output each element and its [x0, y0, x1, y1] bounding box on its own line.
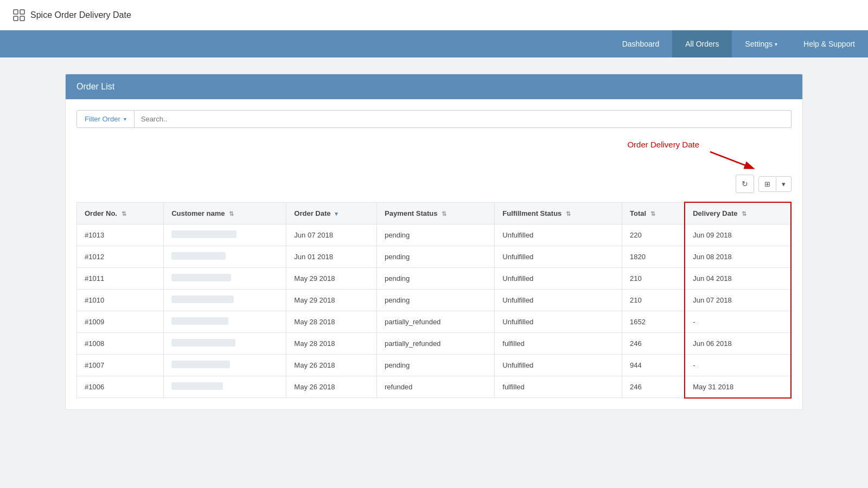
annotation-label: Order Delivery Date: [627, 140, 699, 149]
cell-delivery-date: Jun 04 2018: [685, 268, 791, 290]
cell-delivery-date: Jun 09 2018: [685, 224, 791, 246]
refresh-icon: ↻: [742, 179, 748, 188]
top-bar: Spice Order Delivery Date: [0, 0, 868, 30]
table-controls: ↻ ⊞ ▾: [736, 175, 792, 193]
column-dropdown-arrow[interactable]: ▾: [776, 177, 791, 191]
cell-customer-name: [164, 268, 286, 290]
table-row: #1006 May 26 2018 refunded fulfilled 246…: [77, 376, 792, 398]
col-header-fulfillment-status[interactable]: Fulfillment Status ⇅: [495, 202, 622, 224]
filter-order-button[interactable]: Filter Order ▾: [76, 110, 135, 128]
svg-line-5: [710, 152, 752, 168]
cell-customer-name: [164, 376, 286, 398]
customer-name-placeholder: [171, 296, 234, 303]
cell-order-date: May 26 2018: [286, 355, 377, 376]
customer-name-placeholder: [171, 339, 235, 346]
cell-fulfillment-status: Unfulfilled: [495, 311, 622, 333]
search-input[interactable]: [135, 110, 792, 128]
cell-order-no: #1008: [77, 333, 164, 355]
cell-order-date: May 29 2018: [286, 290, 377, 311]
customer-name-placeholder: [171, 382, 223, 390]
cell-order-no: #1010: [77, 290, 164, 311]
cell-delivery-date: -: [685, 311, 791, 333]
cell-order-date: May 26 2018: [286, 376, 377, 398]
nav-bar: Dashboard All Orders Settings ▾ Help & S…: [0, 30, 868, 57]
cell-payment-status: partially_refunded: [377, 311, 495, 333]
order-list-title: Order List: [76, 82, 114, 91]
col-header-total[interactable]: Total ⇅: [622, 202, 685, 224]
customer-name-placeholder: [171, 317, 228, 325]
cell-customer-name: [164, 333, 286, 355]
annotation-arrow-svg: [705, 150, 759, 171]
cell-total: 246: [622, 333, 685, 355]
customer-name-placeholder: [171, 361, 230, 368]
col-header-order-date[interactable]: Order Date ▾: [286, 202, 377, 224]
nav-dashboard[interactable]: Dashboard: [609, 30, 673, 57]
filter-dropdown-arrow: ▾: [124, 116, 126, 122]
filter-button-label: Filter Order: [85, 115, 120, 123]
table-row: #1009 May 28 2018 partially_refunded Unf…: [77, 311, 792, 333]
svg-rect-2: [14, 16, 18, 21]
refresh-button[interactable]: ↻: [736, 175, 754, 193]
cell-total: 210: [622, 268, 685, 290]
sort-icon-order-date: ▾: [335, 210, 338, 217]
col-header-order-no[interactable]: Order No. ⇅: [77, 202, 164, 224]
sort-icon-delivery-date: ⇅: [742, 210, 746, 217]
cell-order-date: Jun 01 2018: [286, 246, 377, 268]
sort-icon-payment-status: ⇅: [442, 210, 446, 217]
order-list-body: Filter Order ▾ Order Delivery Date: [66, 99, 802, 409]
column-options-button[interactable]: ⊞ ▾: [758, 176, 792, 192]
cell-order-no: #1006: [77, 376, 164, 398]
cell-total: 220: [622, 224, 685, 246]
cell-total: 944: [622, 355, 685, 376]
cell-fulfillment-status: fulfilled: [495, 333, 622, 355]
svg-rect-1: [20, 10, 24, 14]
cell-customer-name: [164, 355, 286, 376]
cell-fulfillment-status: Unfulfilled: [495, 290, 622, 311]
cell-order-no: #1011: [77, 268, 164, 290]
cell-order-date: May 29 2018: [286, 268, 377, 290]
cell-total: 1652: [622, 311, 685, 333]
cell-fulfillment-status: Unfulfilled: [495, 355, 622, 376]
app-title: Spice Order Delivery Date: [13, 9, 131, 21]
col-header-payment-status[interactable]: Payment Status ⇅: [377, 202, 495, 224]
table-row: #1007 May 26 2018 pending Unfulfilled 94…: [77, 355, 792, 376]
cell-customer-name: [164, 224, 286, 246]
cell-fulfillment-status: fulfilled: [495, 376, 622, 398]
sort-icon-order-no: ⇅: [122, 210, 126, 217]
grid-icon: ⊞: [759, 177, 776, 191]
table-row: #1011 May 29 2018 pending Unfulfilled 21…: [77, 268, 792, 290]
cell-total: 1820: [622, 246, 685, 268]
cell-customer-name: [164, 246, 286, 268]
cell-order-no: #1007: [77, 355, 164, 376]
cell-fulfillment-status: Unfulfilled: [495, 268, 622, 290]
nav-settings[interactable]: Settings ▾: [732, 30, 790, 57]
sort-icon-customer-name: ⇅: [229, 210, 234, 217]
cell-total: 210: [622, 290, 685, 311]
filter-row: Filter Order ▾: [76, 110, 792, 128]
cell-order-date: May 28 2018: [286, 333, 377, 355]
customer-name-placeholder: [171, 252, 226, 260]
cell-delivery-date: Jun 08 2018: [685, 246, 791, 268]
cell-customer-name: [164, 311, 286, 333]
customer-name-placeholder: [171, 230, 237, 238]
order-list-card: Order List Filter Order ▾ Order Delivery…: [65, 74, 803, 410]
cell-delivery-date: Jun 07 2018: [685, 290, 791, 311]
cell-delivery-date: -: [685, 355, 791, 376]
cell-payment-status: pending: [377, 268, 495, 290]
app-icon: [13, 9, 25, 21]
cell-payment-status: pending: [377, 224, 495, 246]
order-list-header: Order List: [66, 74, 802, 99]
col-header-delivery-date[interactable]: Delivery Date ⇅: [685, 202, 791, 224]
cell-payment-status: pending: [377, 246, 495, 268]
nav-all-orders[interactable]: All Orders: [672, 30, 732, 57]
nav-help[interactable]: Help & Support: [790, 30, 868, 57]
sort-icon-fulfillment-status: ⇅: [566, 210, 571, 217]
sort-icon-total: ⇅: [650, 210, 655, 217]
cell-total: 246: [622, 376, 685, 398]
cell-fulfillment-status: Unfulfilled: [495, 224, 622, 246]
cell-customer-name: [164, 290, 286, 311]
app-title-text: Spice Order Delivery Date: [30, 10, 131, 20]
col-header-customer-name[interactable]: Customer name ⇅: [164, 202, 286, 224]
cell-order-no: #1012: [77, 246, 164, 268]
cell-payment-status: pending: [377, 355, 495, 376]
